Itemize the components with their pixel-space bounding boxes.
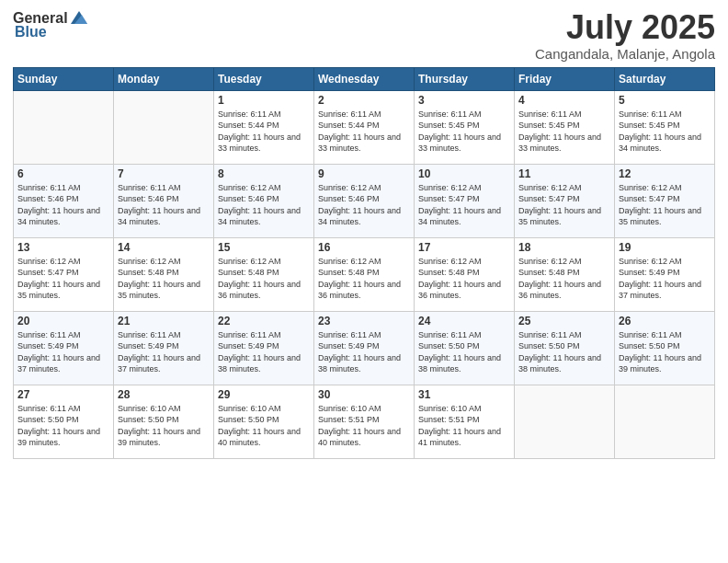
calendar-cell: 1Sunrise: 6:11 AMSunset: 5:44 PMDaylight… — [214, 90, 314, 164]
cell-info: Sunrise: 6:10 AMSunset: 5:50 PMDaylight:… — [218, 403, 310, 449]
calendar-cell: 8Sunrise: 6:12 AMSunset: 5:46 PMDaylight… — [214, 164, 314, 237]
cell-info: Sunrise: 6:11 AMSunset: 5:49 PMDaylight:… — [318, 329, 410, 375]
cell-info: Sunrise: 6:12 AMSunset: 5:47 PMDaylight:… — [518, 182, 610, 228]
day-number: 30 — [318, 388, 410, 401]
day-number: 21 — [118, 315, 210, 327]
day-number: 9 — [318, 167, 410, 180]
logo-icon — [69, 7, 89, 28]
cell-info: Sunrise: 6:11 AMSunset: 5:49 PMDaylight:… — [218, 329, 310, 375]
calendar-cell: 12Sunrise: 6:12 AMSunset: 5:47 PMDayligh… — [615, 164, 715, 237]
day-number: 14 — [118, 241, 210, 254]
cell-info: Sunrise: 6:11 AMSunset: 5:50 PMDaylight:… — [17, 403, 109, 449]
day-number: 8 — [218, 167, 310, 180]
calendar-week-row: 6Sunrise: 6:11 AMSunset: 5:46 PMDaylight… — [14, 164, 715, 237]
day-number: 23 — [318, 315, 410, 327]
weekday-header: Thursday — [415, 67, 515, 90]
cell-info: Sunrise: 6:11 AMSunset: 5:45 PMDaylight:… — [619, 109, 711, 155]
day-number: 18 — [518, 241, 610, 254]
day-number: 19 — [619, 241, 711, 254]
page-container: General Blue July 2025 Cangandala, Malan… — [0, 0, 728, 563]
calendar-cell: 3Sunrise: 6:11 AMSunset: 5:45 PMDaylight… — [415, 90, 515, 164]
day-number: 5 — [619, 94, 711, 107]
calendar-cell: 6Sunrise: 6:11 AMSunset: 5:46 PMDaylight… — [14, 164, 114, 237]
calendar-week-row: 13Sunrise: 6:12 AMSunset: 5:47 PMDayligh… — [14, 237, 715, 311]
calendar-cell: 15Sunrise: 6:12 AMSunset: 5:48 PMDayligh… — [214, 237, 314, 311]
cell-info: Sunrise: 6:11 AMSunset: 5:46 PMDaylight:… — [17, 182, 109, 228]
calendar-week-row: 27Sunrise: 6:11 AMSunset: 5:50 PMDayligh… — [14, 385, 715, 458]
cell-info: Sunrise: 6:11 AMSunset: 5:44 PMDaylight:… — [218, 109, 310, 155]
calendar-cell: 26Sunrise: 6:11 AMSunset: 5:50 PMDayligh… — [615, 311, 715, 385]
calendar-week-row: 20Sunrise: 6:11 AMSunset: 5:49 PMDayligh… — [14, 311, 715, 385]
cell-info: Sunrise: 6:12 AMSunset: 5:48 PMDaylight:… — [118, 256, 210, 302]
cell-info: Sunrise: 6:12 AMSunset: 5:48 PMDaylight:… — [218, 256, 310, 302]
calendar-cell: 9Sunrise: 6:12 AMSunset: 5:46 PMDaylight… — [314, 164, 415, 237]
cell-info: Sunrise: 6:11 AMSunset: 5:49 PMDaylight:… — [118, 329, 210, 375]
calendar-header-row: SundayMondayTuesdayWednesdayThursdayFrid… — [14, 67, 715, 90]
day-number: 1 — [218, 94, 310, 107]
day-number: 22 — [218, 315, 310, 327]
weekday-header: Monday — [114, 67, 214, 90]
calendar-cell: 30Sunrise: 6:10 AMSunset: 5:51 PMDayligh… — [314, 385, 415, 458]
day-number: 26 — [619, 315, 711, 327]
calendar-cell: 13Sunrise: 6:12 AMSunset: 5:47 PMDayligh… — [14, 237, 114, 311]
day-number: 12 — [619, 167, 711, 180]
weekday-header: Tuesday — [214, 67, 314, 90]
cell-info: Sunrise: 6:10 AMSunset: 5:51 PMDaylight:… — [318, 403, 410, 449]
cell-info: Sunrise: 6:11 AMSunset: 5:46 PMDaylight:… — [118, 182, 210, 228]
calendar-cell: 29Sunrise: 6:10 AMSunset: 5:50 PMDayligh… — [214, 385, 314, 458]
day-number: 25 — [518, 315, 610, 327]
day-number: 16 — [318, 241, 410, 254]
calendar-cell: 5Sunrise: 6:11 AMSunset: 5:45 PMDaylight… — [615, 90, 715, 164]
calendar-week-row: 1Sunrise: 6:11 AMSunset: 5:44 PMDaylight… — [14, 90, 715, 164]
calendar-cell: 4Sunrise: 6:11 AMSunset: 5:45 PMDaylight… — [515, 90, 615, 164]
calendar-cell: 18Sunrise: 6:12 AMSunset: 5:48 PMDayligh… — [515, 237, 615, 311]
logo-blue: Blue — [15, 24, 47, 40]
calendar-cell: 28Sunrise: 6:10 AMSunset: 5:50 PMDayligh… — [114, 385, 214, 458]
day-number: 20 — [17, 315, 109, 327]
cell-info: Sunrise: 6:11 AMSunset: 5:44 PMDaylight:… — [318, 109, 410, 155]
calendar-cell: 2Sunrise: 6:11 AMSunset: 5:44 PMDaylight… — [314, 90, 415, 164]
day-number: 29 — [218, 388, 310, 401]
page-header: General Blue July 2025 Cangandala, Malan… — [13, 9, 715, 62]
cell-info: Sunrise: 6:12 AMSunset: 5:47 PMDaylight:… — [17, 256, 109, 302]
calendar-cell: 11Sunrise: 6:12 AMSunset: 5:47 PMDayligh… — [515, 164, 615, 237]
calendar-cell: 14Sunrise: 6:12 AMSunset: 5:48 PMDayligh… — [114, 237, 214, 311]
day-number: 24 — [418, 315, 510, 327]
day-number: 2 — [318, 94, 410, 107]
logo: General Blue — [13, 9, 89, 40]
cell-info: Sunrise: 6:12 AMSunset: 5:46 PMDaylight:… — [318, 182, 410, 228]
calendar-cell — [515, 385, 615, 458]
day-number: 7 — [118, 167, 210, 180]
cell-info: Sunrise: 6:11 AMSunset: 5:50 PMDaylight:… — [518, 329, 610, 375]
cell-info: Sunrise: 6:12 AMSunset: 5:48 PMDaylight:… — [318, 256, 410, 302]
calendar-cell: 19Sunrise: 6:12 AMSunset: 5:49 PMDayligh… — [615, 237, 715, 311]
weekday-header: Saturday — [615, 67, 715, 90]
calendar-cell: 7Sunrise: 6:11 AMSunset: 5:46 PMDaylight… — [114, 164, 214, 237]
day-number: 4 — [518, 94, 610, 107]
day-number: 28 — [118, 388, 210, 401]
cell-info: Sunrise: 6:11 AMSunset: 5:49 PMDaylight:… — [17, 329, 109, 375]
cell-info: Sunrise: 6:12 AMSunset: 5:48 PMDaylight:… — [518, 256, 610, 302]
calendar-cell: 10Sunrise: 6:12 AMSunset: 5:47 PMDayligh… — [415, 164, 515, 237]
day-number: 13 — [17, 241, 109, 254]
calendar-cell: 24Sunrise: 6:11 AMSunset: 5:50 PMDayligh… — [415, 311, 515, 385]
calendar-cell: 31Sunrise: 6:10 AMSunset: 5:51 PMDayligh… — [415, 385, 515, 458]
cell-info: Sunrise: 6:11 AMSunset: 5:50 PMDaylight:… — [619, 329, 711, 375]
day-number: 10 — [418, 167, 510, 180]
calendar-cell: 20Sunrise: 6:11 AMSunset: 5:49 PMDayligh… — [14, 311, 114, 385]
cell-info: Sunrise: 6:12 AMSunset: 5:48 PMDaylight:… — [418, 256, 510, 302]
calendar-table: SundayMondayTuesdayWednesdayThursdayFrid… — [13, 67, 715, 459]
calendar-cell: 23Sunrise: 6:11 AMSunset: 5:49 PMDayligh… — [314, 311, 415, 385]
day-number: 6 — [17, 167, 109, 180]
calendar-cell: 21Sunrise: 6:11 AMSunset: 5:49 PMDayligh… — [114, 311, 214, 385]
location-subtitle: Cangandala, Malanje, Angola — [535, 46, 715, 62]
month-year-title: July 2025 — [535, 9, 715, 46]
weekday-header: Wednesday — [314, 67, 415, 90]
cell-info: Sunrise: 6:11 AMSunset: 5:50 PMDaylight:… — [418, 329, 510, 375]
cell-info: Sunrise: 6:11 AMSunset: 5:45 PMDaylight:… — [518, 109, 610, 155]
day-number: 31 — [418, 388, 510, 401]
calendar-cell: 22Sunrise: 6:11 AMSunset: 5:49 PMDayligh… — [214, 311, 314, 385]
cell-info: Sunrise: 6:10 AMSunset: 5:51 PMDaylight:… — [418, 403, 510, 449]
cell-info: Sunrise: 6:12 AMSunset: 5:47 PMDaylight:… — [619, 182, 711, 228]
weekday-header: Friday — [515, 67, 615, 90]
